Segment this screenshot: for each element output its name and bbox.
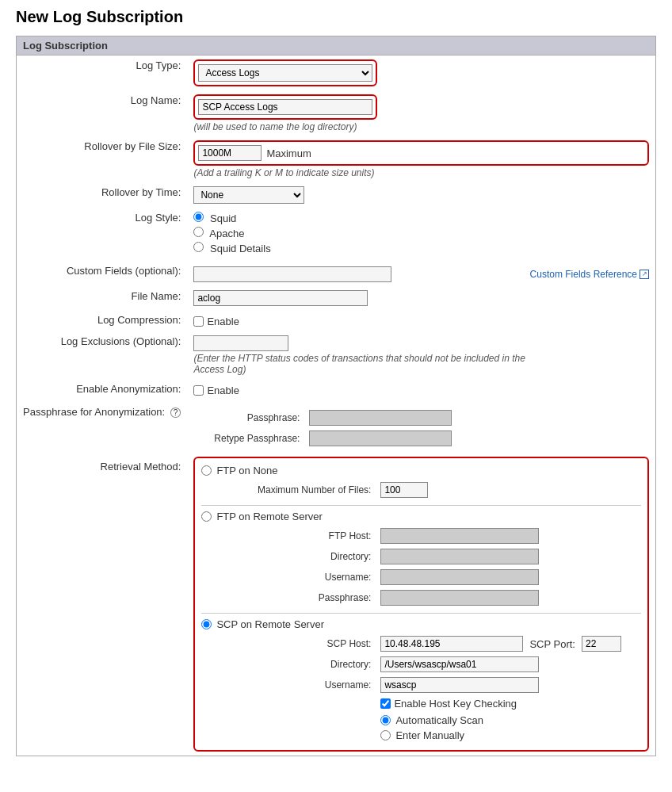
auto-scan-row: Automatically Scan Enter Manually (201, 712, 641, 744)
scp-directory-value (376, 654, 641, 675)
file-name-input[interactable] (193, 290, 368, 306)
ftp-none-radio[interactable] (201, 465, 212, 476)
auto-scan-text: Automatically Scan (395, 714, 483, 726)
ftp-passphrase-input[interactable] (380, 590, 539, 606)
log-name-hint: (will be used to name the log directory) (193, 121, 649, 132)
scp-username-label: Username: (201, 675, 376, 695)
ftp-none-sub-table: Maximum Number of Files: (201, 480, 641, 500)
ftp-host-input[interactable] (380, 528, 539, 544)
scp-directory-input[interactable] (380, 656, 539, 672)
help-icon[interactable]: ? (170, 407, 181, 418)
retype-passphrase-input[interactable] (309, 430, 452, 446)
log-name-input[interactable] (198, 99, 372, 115)
scp-remote-section: SCP on Remote Server SCP Host: SCP Port: (201, 618, 641, 744)
passphrase-input[interactable] (309, 410, 452, 426)
ftp-directory-label: Directory: (201, 546, 376, 567)
ftp-passphrase-label: Passphrase: (201, 587, 376, 608)
rollover-file-size-row: Rollover by File Size: Maximum (Add a tr… (17, 136, 655, 182)
scp-host-label: SCP Host: (201, 633, 376, 654)
log-name-value-cell: (will be used to name the log directory) (187, 90, 655, 136)
enable-host-key-text: Enable Host Key Checking (394, 698, 517, 710)
passphrase-anon-label: Passphrase for Anonymization: ? (17, 400, 187, 453)
ftp-remote-section: FTP on Remote Server FTP Host: Directory… (201, 511, 641, 608)
scp-port-input[interactable] (582, 636, 621, 652)
passphrase-sub-value (304, 407, 649, 428)
ftp-remote-sub-table: FTP Host: Directory: (201, 526, 641, 608)
auto-scan-label[interactable]: Automatically Scan (380, 714, 636, 726)
ftp-username-label: Username: (201, 567, 376, 587)
enter-manually-text: Enter Manually (395, 729, 464, 741)
scp-remote-sub-table: SCP Host: SCP Port: (201, 633, 641, 744)
enable-host-key-cell (201, 695, 376, 712)
auto-scan-value: Automatically Scan Enter Manually (376, 712, 641, 744)
log-type-row: Log Type: Access Logs Admin Logs Authent… (17, 55, 655, 90)
retrieval-divider1 (201, 505, 641, 506)
log-style-squid-radio[interactable] (193, 212, 204, 222)
log-compression-enable-label[interactable]: Enable (193, 316, 649, 327)
custom-fields-reference-link[interactable]: Custom Fields Reference ↗ (530, 269, 649, 280)
log-style-apache-label: Apache (209, 228, 244, 239)
enable-host-key-row: Enable Host Key Checking (201, 695, 641, 712)
ftp-username-input[interactable] (380, 569, 539, 585)
retype-passphrase-row: Retype Passphrase: (193, 428, 649, 449)
log-style-apache-radio[interactable] (193, 227, 204, 237)
enter-manually-label[interactable]: Enter Manually (380, 729, 636, 741)
enable-anon-enable-label[interactable]: Enable (193, 385, 649, 396)
retrieval-box: FTP on None Maximum Number of Files: (193, 457, 649, 752)
log-type-select[interactable]: Access Logs Admin Logs Authentication Lo… (198, 64, 372, 82)
log-style-squid-option[interactable]: Squid (193, 212, 649, 224)
scp-host-input[interactable] (380, 636, 523, 652)
ftp-remote-label[interactable]: FTP on Remote Server (201, 511, 641, 522)
passphrase-sub-table: Passphrase: Retype Passphrase: (193, 407, 649, 449)
ftp-directory-input[interactable] (380, 549, 539, 564)
file-name-label: File Name: (17, 286, 187, 310)
max-files-row: Maximum Number of Files: (201, 480, 641, 500)
auto-scan-radio[interactable] (380, 715, 391, 725)
retype-passphrase-label: Retype Passphrase: (193, 428, 304, 449)
ftp-remote-text: FTP on Remote Server (216, 511, 322, 522)
enable-host-key-label[interactable]: Enable Host Key Checking (380, 698, 636, 710)
rollover-time-row: Rollover by Time: None Daily Weekly Mont… (17, 182, 655, 208)
ftp-remote-radio[interactable] (201, 511, 212, 522)
log-exclusions-value-cell: (Enter the HTTP status codes of transact… (187, 331, 655, 379)
max-files-value (376, 480, 641, 500)
page-title: New Log Subscription (16, 8, 656, 26)
custom-fields-ref-label: Custom Fields Reference (530, 269, 637, 280)
scp-remote-radio[interactable] (201, 619, 212, 629)
log-compression-label: Log Compression: (17, 310, 187, 331)
log-type-value-cell: Access Logs Admin Logs Authentication Lo… (187, 55, 655, 90)
enable-host-key-checkbox[interactable] (380, 698, 391, 709)
file-name-value-cell (187, 286, 655, 310)
enable-host-key-value: Enable Host Key Checking (376, 695, 641, 712)
log-compression-value-cell: Enable (187, 310, 655, 331)
passphrase-sub-label: Passphrase: (193, 407, 304, 428)
retrieval-method-row: Retrieval Method: FTP on None Maximum Nu… (17, 453, 655, 756)
scp-remote-label[interactable]: SCP on Remote Server (201, 618, 641, 630)
log-style-apache-option[interactable]: Apache (193, 227, 649, 239)
max-files-input[interactable] (380, 482, 428, 498)
rollover-file-size-input[interactable] (198, 145, 262, 161)
ftp-none-section: FTP on None Maximum Number of Files: (201, 465, 641, 500)
scp-username-input[interactable] (380, 677, 539, 693)
log-compression-checkbox[interactable] (193, 316, 204, 327)
log-style-squid-details-radio[interactable] (193, 242, 204, 252)
ftp-none-label[interactable]: FTP on None (201, 465, 641, 476)
retype-passphrase-value (304, 428, 649, 449)
rollover-time-select[interactable]: None Daily Weekly Monthly (193, 186, 304, 204)
enable-anon-label: Enable Anonymization: (17, 379, 187, 400)
rollover-file-size-value-cell: Maximum (Add a trailing K or M to indica… (187, 136, 655, 182)
custom-fields-input[interactable] (193, 266, 391, 282)
passphrase-anon-row: Passphrase for Anonymization: ? Passphra… (17, 400, 655, 453)
log-style-squid-details-label: Squid Details (210, 243, 271, 254)
log-style-squid-details-option[interactable]: Squid Details (193, 242, 649, 254)
enable-anon-checkbox[interactable] (193, 385, 204, 396)
retrieval-method-label: Retrieval Method: (17, 453, 187, 756)
log-style-radio-group: Squid Apache Squid Details (193, 212, 649, 254)
external-link-icon: ↗ (640, 270, 649, 279)
log-exclusions-label: Log Exclusions (Optional): (17, 331, 187, 379)
enter-manually-radio[interactable] (380, 730, 391, 740)
log-exclusions-input[interactable] (193, 335, 288, 351)
ftp-directory-row: Directory: (201, 546, 641, 567)
log-type-highlight: Access Logs Admin Logs Authentication Lo… (193, 59, 377, 86)
log-name-highlight (193, 94, 377, 120)
